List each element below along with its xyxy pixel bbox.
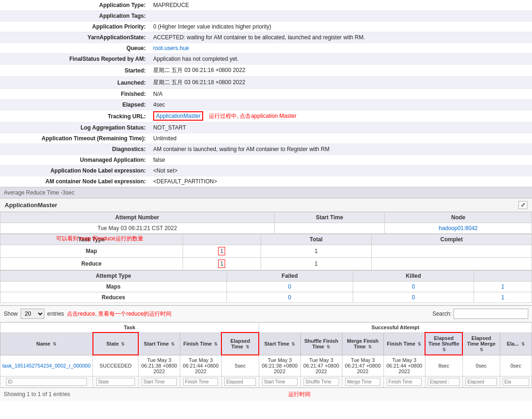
app-info-value: Application has not completed yet. [149,54,532,65]
reduces-killed[interactable]: 0 [353,292,474,303]
filter-id [0,376,93,387]
app-info-row: Elapsed:4sec [0,100,532,110]
footer-text: Showing 1 to 1 of 1 entries [4,391,70,397]
app-info-value[interactable]: root.users.hue [149,43,532,54]
app-info-row: Queue:root.users.hue [0,43,532,54]
task-group-header: Task [0,323,259,333]
app-info-row: Application Node Label expression:<Not s… [0,166,532,176]
extra-col [474,271,532,282]
app-info-label: Tracking URL: [0,110,149,123]
name-sort-icon: ⇅ [53,342,57,347]
column-header-row: Name ⇅ State ⇅ Start Time ⇅ Finish Time … [0,332,532,355]
node-header: Node [385,212,532,223]
app-info-row: Diagnostics:AM container is launched, wa… [0,144,532,155]
start-time-header: Start Time [274,212,385,223]
filter-finish-input[interactable] [183,378,219,386]
filter-ela-input[interactable] [503,378,529,386]
app-info-table: Application Type:MAPREDUCEApplication Ta… [0,0,532,187]
elapsed-shuffle-header[interactable]: Elapsed Time Shuffle ⇅ [425,332,462,355]
reduces-label: Reduces [0,292,227,303]
app-info-value: 0 (Higher Integer value indicates higher… [149,22,532,32]
filter-id-input[interactable] [6,378,87,386]
page-container: Application Type:MAPREDUCEApplication Ta… [0,0,532,401]
successful-group-header: Successful Attempt [259,323,532,333]
datatable-section: Show 20 10 50 100 entries 点击reduce, 查看每一… [0,305,532,401]
elapsed-shuffle-sort-icon: ⇅ [442,347,446,352]
name-header[interactable]: Name ⇅ [0,332,93,355]
filter-state-input[interactable] [96,378,135,386]
tracking-url-link[interactable]: ApplicationMaster [153,111,203,121]
expand-icon[interactable]: ⤢ [518,201,527,209]
app-info-value: 星期二 五月 03 06:21:16 +0800 2022 [149,65,532,77]
maps-failed[interactable]: 0 [227,282,353,292]
filter-merge-input[interactable] [345,378,381,386]
search-box: Search: [433,309,528,319]
app-info-row: Log Aggregation Status:NOT_START [0,123,532,133]
shuffle-finish-header[interactable]: Shuffle Finish Time ⇅ [300,332,342,355]
filter-finish [180,376,221,387]
reduces-failed[interactable]: 0 [227,292,353,303]
killed-col: Killed [353,271,474,282]
app-info-label: Started: [0,65,149,77]
elapsed-merge-val: 0sec [462,355,500,376]
task-elapsed: 5sec [221,355,259,376]
filter-s-finish-input[interactable] [387,378,422,386]
s-start-sort-icon: ⇅ [291,342,295,347]
section-divider-text: Average Reduce Time -3sec [4,189,74,196]
filter-elapsed-s-input[interactable] [428,378,460,386]
s-finish-sort-icon: ⇅ [418,342,421,347]
filter-start-input[interactable] [142,378,177,386]
search-input[interactable] [454,309,528,319]
maps-killed[interactable]: 0 [353,282,474,292]
app-info-label: Launched: [0,77,149,89]
entries-select[interactable]: 20 10 50 100 [21,309,44,319]
elapsed-sort-icon: ⇅ [246,345,249,349]
filter-s-start [259,376,300,387]
filter-elapsed-m-input[interactable] [465,378,497,386]
reduces-extra[interactable]: 1 [474,292,532,303]
elapsed-merge-header[interactable]: Elapsed Time Merge ⇅ [462,332,500,355]
app-info-row: Application Priority:0 (Higher Integer v… [0,22,532,32]
filter-row [0,376,532,387]
state-sort-icon: ⇅ [121,342,125,347]
task-total-col: Total [261,234,371,245]
am-title: ApplicationMaster ⤢ [0,198,532,212]
start-time-header[interactable]: Start Time ⇅ [138,332,180,355]
filter-shuffle-input[interactable] [304,378,339,386]
task-name[interactable]: task_1651452754234_0002_r_000000 [0,355,93,376]
app-info-label: Application Type: [0,0,149,11]
app-info-row: Tracking URL:ApplicationMaster 运行过程中, 点击… [0,110,532,123]
maps-extra[interactable]: 1 [474,282,532,292]
maps-attempt-row: Maps 0 0 1 [0,282,532,292]
app-info-row: Launched:星期二 五月 03 06:21:18 +0800 2022 [0,77,532,89]
map-count: 1 [183,245,261,258]
datatable-controls: Show 20 10 50 100 entries 点击reduce, 查看每一… [0,306,532,322]
app-info-link[interactable]: root.users.hue [153,45,189,51]
app-info-value [149,11,532,22]
filter-elapsed-input[interactable] [224,378,256,386]
reduce-total: 1 [261,258,371,270]
app-info-value: 4sec [149,100,532,110]
task-finish-time: Tue May 3 06:21:44 +0800 2022 [180,355,221,376]
merge-finish-header[interactable]: Merge Finish Time ⇅ [342,332,383,355]
app-info-value[interactable]: ApplicationMaster 运行过程中, 点击application M… [149,110,532,123]
reduce-label: Reduce [0,258,183,270]
state-header[interactable]: State ⇅ [93,332,139,355]
filter-s-start-input[interactable] [262,378,298,386]
app-info-value: 星期二 五月 03 06:21:18 +0800 2022 [149,77,532,89]
app-info-row: Started:星期二 五月 03 06:21:16 +0800 2022 [0,65,532,77]
s-finish-time-header[interactable]: Finish Time ⇅ [383,332,425,355]
search-label: Search: [433,311,452,317]
s-start-time-header[interactable]: Start Time ⇅ [259,332,300,355]
ela-header[interactable]: Ela... ⇅ [500,332,532,355]
app-info-label: Finished: [0,89,149,100]
attempt-row: Tue May 03 06:21:21 CST 2022 hadoop01:80… [0,223,532,234]
show-entries: Show 20 10 50 100 entries 点击reduce, 查看每一… [4,309,171,319]
attempt-node[interactable]: hadoop01:8042 [385,223,532,234]
filter-start [138,376,180,387]
app-info-row: Application Timeout (Remaining Time):Unl… [0,133,532,144]
finish-time-header[interactable]: Finish Time ⇅ [180,332,221,355]
app-info-value: <Not set> [149,166,532,176]
elapsed-time-header[interactable]: Elapsed Time ⇅ [221,332,259,355]
filter-elapsed-s [425,376,462,387]
